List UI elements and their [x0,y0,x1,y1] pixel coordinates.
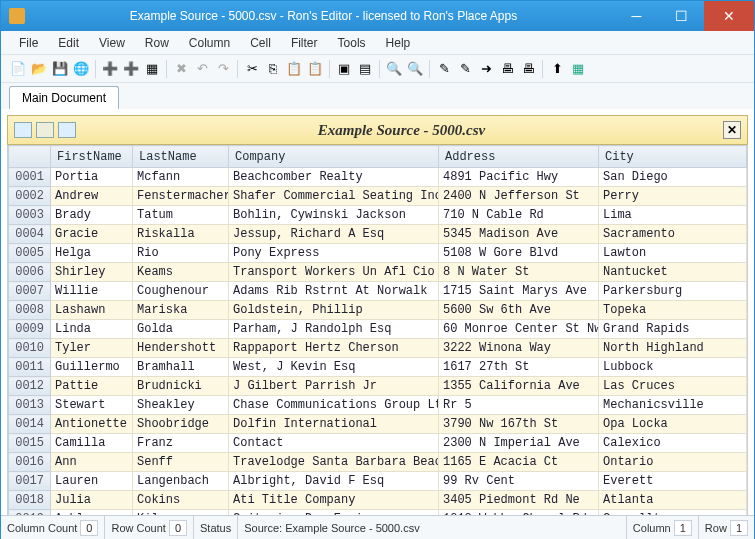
cell[interactable]: 5345 Madison Ave [439,225,599,244]
cell[interactable]: Everett [599,472,747,491]
cell[interactable]: Portia [51,168,133,187]
cell[interactable]: Rr 5 [439,396,599,415]
cell[interactable]: Atlanta [599,491,747,510]
cell[interactable]: Jessup, Richard A Esq [229,225,439,244]
cell[interactable]: Lauren [51,472,133,491]
row-number[interactable]: 0016 [9,453,51,472]
open-icon[interactable]: 📂 [30,60,48,78]
table-row[interactable]: 0003BradyTatumBohlin, Cywinski Jackson71… [9,206,747,225]
cell[interactable]: Mechanicsville [599,396,747,415]
cell[interactable]: Ontario [599,453,747,472]
cell[interactable]: Lashawn [51,301,133,320]
cell[interactable]: Camilla [51,434,133,453]
row-number[interactable]: 0006 [9,263,51,282]
column-header[interactable]: Address [439,146,599,168]
cell[interactable]: 60 Monroe Center St Nw [439,320,599,339]
table-row[interactable]: 0008LashawnMariskaGoldstein, Phillip5600… [9,301,747,320]
cell[interactable]: Tyler [51,339,133,358]
undo-icon[interactable]: ↶ [193,60,211,78]
column-header[interactable]: City [599,146,747,168]
cell[interactable]: Grand Rapids [599,320,747,339]
cell[interactable]: Chase Communications Group Ltd [229,396,439,415]
paste-icon[interactable]: 📋 [285,60,303,78]
cell[interactable]: Sheakley [133,396,229,415]
cell[interactable]: 3405 Piedmont Rd Ne [439,491,599,510]
table-row[interactable]: 0010TylerHendershottRappaport Hertz Cher… [9,339,747,358]
row-number[interactable]: 0011 [9,358,51,377]
cell[interactable]: Albright, David F Esq [229,472,439,491]
cell[interactable]: Travelodge Santa Barbara Beach [229,453,439,472]
cell[interactable]: Shirley [51,263,133,282]
row-number[interactable]: 0009 [9,320,51,339]
cell[interactable]: Cokins [133,491,229,510]
menu-view[interactable]: View [89,33,135,53]
cell[interactable]: 710 N Cable Rd [439,206,599,225]
row-number[interactable]: 0018 [9,491,51,510]
column-header[interactable]: LastName [133,146,229,168]
maximize-button[interactable]: ☐ [659,1,704,31]
cell[interactable]: Andrew [51,187,133,206]
table-row[interactable]: 0013StewartSheakleyChase Communications … [9,396,747,415]
table-row[interactable]: 0017LaurenLangenbachAlbright, David F Es… [9,472,747,491]
grid-icon[interactable]: ▦ [143,60,161,78]
addcol-icon[interactable]: ➕ [122,60,140,78]
save-icon[interactable]: 💾 [51,60,69,78]
table-row[interactable]: 0014AntionetteShoobridgeDolfin Internati… [9,415,747,434]
cell[interactable]: 2300 N Imperial Ave [439,434,599,453]
cell[interactable]: Topeka [599,301,747,320]
up-icon[interactable]: ⬆ [548,60,566,78]
cell[interactable]: Lawton [599,244,747,263]
cell[interactable]: Julia [51,491,133,510]
fit2-icon[interactable]: ▤ [356,60,374,78]
data-grid[interactable]: FirstNameLastNameCompanyAddressCity 0001… [8,145,747,539]
table-row[interactable]: 0018JuliaCokinsAti Title Company3405 Pie… [9,491,747,510]
cell[interactable]: West, J Kevin Esq [229,358,439,377]
cell[interactable]: 5108 W Gore Blvd [439,244,599,263]
cell[interactable]: Langenbach [133,472,229,491]
close-button[interactable]: ✕ [704,1,754,31]
cell[interactable]: Transport Workers Un Afl Cio [229,263,439,282]
cell[interactable]: Gracie [51,225,133,244]
cell[interactable]: Ann [51,453,133,472]
cell[interactable]: Shafer Commercial Seating Inc [229,187,439,206]
paste2-icon[interactable]: 📋 [306,60,324,78]
menu-cell[interactable]: Cell [240,33,281,53]
cell[interactable]: Antionette [51,415,133,434]
table-row[interactable]: 0011GuillermoBramhallWest, J Kevin Esq16… [9,358,747,377]
print-icon[interactable]: 🖶 [498,60,516,78]
cut-icon[interactable]: ✂ [243,60,261,78]
zoomin-icon[interactable]: 🔍 [385,60,403,78]
doc-tool-icon[interactable] [58,122,76,138]
table-row[interactable]: 0004GracieRiskallaJessup, Richard A Esq5… [9,225,747,244]
cell[interactable]: Lubbock [599,358,747,377]
table-row[interactable]: 0007WillieCoughenourAdams Rib Rstrnt At … [9,282,747,301]
table-row[interactable]: 0002AndrewFenstermacherShafer Commercial… [9,187,747,206]
table-row[interactable]: 0012PattieBrudnickiJ Gilbert Parrish Jr1… [9,377,747,396]
menu-row[interactable]: Row [135,33,179,53]
cell[interactable]: Nantucket [599,263,747,282]
cell[interactable]: Parham, J Randolph Esq [229,320,439,339]
cell[interactable]: Dolfin International [229,415,439,434]
table-row[interactable]: 0006ShirleyKeamsTransport Workers Un Afl… [9,263,747,282]
redo-icon[interactable]: ↷ [214,60,232,78]
cell[interactable]: Parkersburg [599,282,747,301]
row-number[interactable]: 0004 [9,225,51,244]
cell[interactable]: 3222 Winona Way [439,339,599,358]
row-number[interactable]: 0002 [9,187,51,206]
cell[interactable]: Hendershott [133,339,229,358]
cell[interactable]: San Diego [599,168,747,187]
close-icon[interactable]: ✕ [723,121,741,139]
cell[interactable]: J Gilbert Parrish Jr [229,377,439,396]
minimize-button[interactable]: ─ [614,1,659,31]
fit-icon[interactable]: ▣ [335,60,353,78]
arrow-icon[interactable]: ➜ [477,60,495,78]
row-number[interactable]: 0012 [9,377,51,396]
cell[interactable]: Coughenour [133,282,229,301]
cell[interactable]: Riskalla [133,225,229,244]
cell[interactable]: Bramhall [133,358,229,377]
table-row[interactable]: 0001PortiaMcfannBeachcomber Realty4891 P… [9,168,747,187]
cell[interactable]: 1165 E Acacia Ct [439,453,599,472]
cell[interactable]: Las Cruces [599,377,747,396]
cell[interactable]: 2400 N Jefferson St [439,187,599,206]
cell[interactable]: Guillermo [51,358,133,377]
